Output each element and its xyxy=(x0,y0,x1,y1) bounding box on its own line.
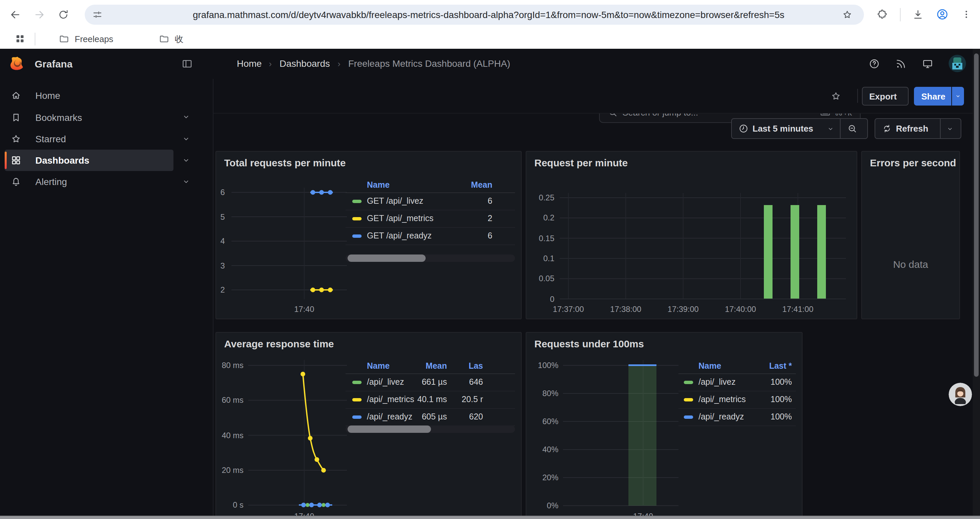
legend-scrollbar[interactable] xyxy=(345,425,515,433)
series-name: /api/_metrics xyxy=(698,391,746,408)
x-tick: 17:39:00 xyxy=(660,305,706,314)
sidebar-toggle-icon[interactable] xyxy=(181,58,193,69)
bookmarks-divider xyxy=(35,33,35,45)
breadcrumb-separator: › xyxy=(269,49,272,79)
legend-col-mean[interactable]: Mean xyxy=(471,178,492,192)
bookmark-star-icon[interactable] xyxy=(842,10,853,20)
panel-errors-per-second: Errors per second No data xyxy=(861,151,960,319)
legend-row[interactable]: GET /api/_livez 6 xyxy=(345,193,515,211)
y-tick: 100% xyxy=(527,361,558,370)
kiosk-monitor-icon[interactable] xyxy=(922,58,933,69)
breadcrumb-home[interactable]: Home xyxy=(237,49,262,79)
active-indicator xyxy=(5,152,7,169)
time-divider xyxy=(840,119,841,138)
refresh-label: Refresh xyxy=(896,119,928,138)
chevron-down-icon[interactable] xyxy=(181,156,191,165)
share-menu-button[interactable] xyxy=(952,87,964,105)
horizontal-scrollbar[interactable] xyxy=(0,516,980,519)
y-tick: 80% xyxy=(527,389,558,398)
url-bar[interactable]: grafana.mathmast.com/d/deytv4rwavabkb/fr… xyxy=(85,5,864,25)
y-tick: 4 xyxy=(216,236,225,246)
sidebar-item-alerting[interactable]: Alerting xyxy=(5,171,173,192)
site-settings-icon[interactable] xyxy=(92,10,103,20)
chevron-down-icon[interactable] xyxy=(181,112,191,121)
browser-menu-icon[interactable] xyxy=(961,9,972,20)
legend-row[interactable]: /api/_livez 100% xyxy=(678,374,796,391)
grafana-logo[interactable] xyxy=(10,56,25,72)
legend-col-last[interactable]: Las xyxy=(469,359,483,374)
y-tick: 0 xyxy=(527,294,554,303)
legend-scrollbar-thumb[interactable] xyxy=(348,254,426,262)
legend-row[interactable]: /api/_metrics 100% xyxy=(678,391,796,409)
y-tick: 40% xyxy=(527,445,558,454)
x-tick: 17:40:00 xyxy=(717,305,764,314)
downloads-icon[interactable] xyxy=(912,9,924,21)
series-name: GET /api/_livez xyxy=(367,193,423,210)
series-mean: 661 µs xyxy=(422,374,447,391)
profile-icon[interactable] xyxy=(936,8,949,21)
legend-row[interactable]: GET /api/_metrics 2 xyxy=(345,211,515,228)
chevron-down-icon[interactable] xyxy=(181,177,191,186)
x-tick: 17:38:00 xyxy=(602,305,649,314)
refresh-button[interactable]: Refresh xyxy=(875,119,940,138)
sidebar-item-home[interactable]: Home xyxy=(5,85,173,106)
zoom-out-icon[interactable] xyxy=(847,124,857,134)
panel-requests-under-100ms: Requests under 100ms 100% 80% 60% 40% 20… xyxy=(526,332,803,519)
toolbar-divider xyxy=(900,8,900,21)
vertical-scrollbar-thumb[interactable] xyxy=(974,53,978,377)
actions-divider xyxy=(857,89,858,103)
series-mean: 605 µs xyxy=(422,409,447,425)
legend-row[interactable]: /api/_metrics 40.1 ms 20.5 r xyxy=(345,391,515,409)
sidebar: Home Bookmarks Starred Dashboards Alerti… xyxy=(0,79,213,519)
legend-scrollbar-thumb[interactable] xyxy=(348,425,431,433)
legend-row[interactable]: GET /api/_readyz 6 xyxy=(345,228,515,245)
help-icon[interactable] xyxy=(869,58,880,69)
legend-row[interactable]: /api/_readyz 100% xyxy=(678,409,796,426)
legend-col-name[interactable]: Name xyxy=(698,359,721,374)
news-rss-icon[interactable] xyxy=(895,58,907,69)
bookmark-icon xyxy=(11,112,21,123)
y-tick: 60% xyxy=(527,417,558,426)
legend-col-mean[interactable]: Mean xyxy=(426,359,447,374)
export-button[interactable]: Export xyxy=(862,87,908,105)
chevron-down-icon[interactable] xyxy=(181,134,191,144)
legend-col-name[interactable]: Name xyxy=(367,359,390,374)
time-range-picker[interactable]: Last 5 minutes xyxy=(732,119,840,138)
share-button[interactable]: Share xyxy=(914,87,951,105)
favorite-star-icon[interactable] xyxy=(830,91,841,102)
extensions-icon[interactable] xyxy=(877,9,888,20)
y-tick: 6 xyxy=(216,188,225,197)
legend-col-name[interactable]: Name xyxy=(367,178,390,192)
sidebar-item-bookmarks[interactable]: Bookmarks xyxy=(5,107,173,128)
x-tick: 17:40 xyxy=(284,305,324,314)
series-name: /api/_readyz xyxy=(367,409,412,425)
panel-total-requests-per-minute: Total requests per minute 6 5 4 3 2 17:4… xyxy=(215,151,522,319)
series-swatch xyxy=(352,381,361,384)
chevron-down-icon[interactable] xyxy=(946,125,954,133)
chevron-down-icon xyxy=(900,92,901,100)
sidebar-item-starred[interactable]: Starred xyxy=(5,128,173,150)
legend-col-last[interactable]: Last * xyxy=(769,359,792,374)
legend-scrollbar[interactable] xyxy=(345,254,515,262)
reload-icon[interactable] xyxy=(57,9,69,21)
forward-icon[interactable] xyxy=(33,9,45,21)
legend-row[interactable]: /api/_livez 661 µs 646 xyxy=(345,374,515,391)
legend-row[interactable]: /api/_readyz 605 µs 620 xyxy=(345,409,515,426)
series-last: 620 xyxy=(469,409,483,425)
sidebar-item-label: Alerting xyxy=(35,171,67,192)
user-avatar[interactable] xyxy=(949,55,966,72)
sidebar-item-dashboards[interactable]: Dashboards xyxy=(5,150,173,171)
assistant-avatar[interactable] xyxy=(949,383,972,406)
panel-request-per-minute: Request per minute 0.25 0.2 0.15 0.1 0.0… xyxy=(526,151,857,319)
apps-grid-icon[interactable] xyxy=(14,33,26,45)
panel-title[interactable]: Errors per second xyxy=(870,157,956,168)
series-name: /api/_livez xyxy=(367,374,404,391)
series-last: 646 xyxy=(469,374,483,391)
series-swatch xyxy=(684,398,693,401)
breadcrumb-dashboards[interactable]: Dashboards xyxy=(280,49,330,79)
series-mean: 6 xyxy=(488,228,492,244)
home-icon xyxy=(11,90,21,101)
url-text[interactable]: grafana.mathmast.com/d/deytv4rwavabkb/fr… xyxy=(193,5,784,25)
legend-table: Name Mean Las /api/_livez 661 µs 646 /ap… xyxy=(345,359,515,426)
back-icon[interactable] xyxy=(10,9,21,21)
